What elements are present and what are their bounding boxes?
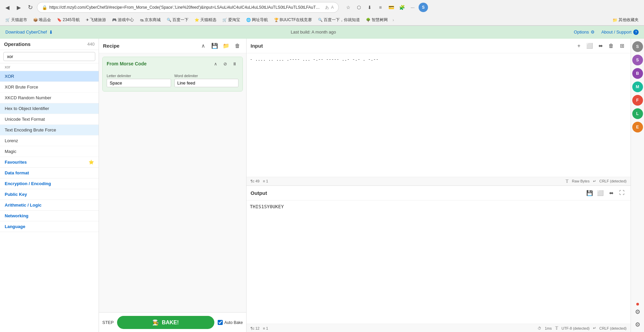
output-save-button[interactable]: 💾 [585,188,594,198]
star-button[interactable]: ☆ [343,3,353,12]
refresh-button[interactable]: ↻ [25,3,35,12]
recipe-op-step-button[interactable]: ⏸ [230,60,238,68]
input-header-icons: + ⬜ ⬌ 🗑 ⊞ [574,41,627,51]
bookmark-icon: 🏆 [274,18,279,22]
letter-delimiter-input[interactable] [107,79,171,87]
output-status-right: ⏱ 1ms 𝕋 UTF-8 (detected) ↵ CRLF (detecte… [538,326,627,331]
bookmark-tianmao[interactable]: 🛒 天猫超市 [3,16,30,24]
sidebar-section-encryption[interactable]: Encryption / Encoding [0,178,99,189]
star-icon: ⭐ [89,160,94,165]
bookmark-label: 2345导航 [63,17,80,23]
sidebar-item-xor[interactable]: XOR [0,71,99,82]
bookmark-zhihuishu[interactable]: 🌳 智慧树网 [363,16,390,24]
sidebar-section-public-key[interactable]: Public Key [0,189,99,200]
avatar-l[interactable]: L [632,108,643,119]
input-header: Input + ⬜ ⬌ 🗑 ⊞ [247,39,631,53]
bookmark-nav[interactable]: 🌐 网址导航 [244,16,271,24]
options-button[interactable]: Options ⚙ [574,30,595,35]
avatar-m[interactable]: M [632,81,643,92]
bookmark-2345[interactable]: 🔖 2345导航 [54,16,83,24]
bookmark-icon: 🛒 [222,18,227,22]
sidebar-item-xkcd[interactable]: XKCD Random Number [0,93,99,103]
bookmark-taobao[interactable]: 🛒 爱淘宝 [220,16,243,24]
bookmark-baidu2[interactable]: 🔍 百度一下，你就知道 [315,16,363,24]
notification-dot [636,303,639,306]
input-switch-button[interactable]: ⊞ [617,41,627,51]
input-new-tab-button[interactable]: ⬜ [585,41,594,51]
url-display: https://ctf.mzy0.com/CyberChef3/#recipe=… [49,5,322,10]
folder-icon: 📁 [612,18,618,22]
recipe-op-collapse-button[interactable]: ∧ [212,60,220,68]
bookmark-label: 爱淘宝 [228,17,240,23]
profile-button[interactable]: S [419,3,428,12]
input-open-button[interactable]: ⬌ [596,41,605,51]
options-label: Options [574,30,589,35]
sidebar-section-favourites[interactable]: Favourites ⭐ [0,157,99,168]
bookmark-label: 游戏中心 [118,17,134,23]
bookmark-tianmao2[interactable]: ⭐ 天猫精选 [192,16,219,24]
back-button[interactable]: ◀ [3,3,12,12]
sidebar-item-hex-to-oid[interactable]: Hex to Object Identifier [0,103,99,114]
bookmark-feizhu[interactable]: ✈ 飞猪旅游 [83,16,109,24]
avatar-s2[interactable]: S [632,55,643,65]
reader-button[interactable]: ≡ [376,3,385,12]
recipe-operation: From Morse Code ∧ ⊘ ⏸ Letter delimiter [102,57,243,92]
input-add-button[interactable]: + [574,41,584,51]
bookmark-games[interactable]: 🎮 游戏中心 [109,16,137,24]
recipe-save-button[interactable]: 💾 [210,41,219,51]
recipe-collapse-button[interactable]: ∧ [199,41,208,51]
far-right-sidebar: S S B M F L E ⚙ ⚙ [631,39,644,332]
input-clear-button[interactable]: 🗑 [606,41,616,51]
sidebar-section-language[interactable]: Language [0,221,99,232]
bookmark-icon: 🛒 [5,18,10,22]
avatar-e[interactable]: E [632,122,643,132]
auto-bake-checkbox[interactable] [218,320,223,325]
bookmark-vipshop[interactable]: 📦 唯品会 [31,16,54,24]
output-copy-button[interactable]: ⬜ [596,188,605,198]
sidebar-section-networking[interactable]: Networking [0,211,99,221]
recipe-folder-button[interactable]: 📁 [221,41,231,51]
download-status-button[interactable]: ⬇ [365,3,374,12]
recipe-header: Recipe ∧ 💾 📁 🗑 [99,39,246,53]
recipe-op-disable-button[interactable]: ⊘ [221,60,229,68]
sidebar-section-arithmetic[interactable]: Arithmetic / Logic [0,200,99,211]
sidebar-item-text-encoding[interactable]: Text Encoding Brute Force [0,125,99,135]
download-cyberchef-button[interactable]: Download CyberChef ⬇ [5,30,53,35]
hub-button[interactable]: ⬡ [354,3,364,12]
sidebar-item-magic[interactable]: Magic [0,146,99,157]
avatar-s[interactable]: S [632,41,643,52]
input-textarea[interactable]: - .... .. ... .---- ... -.-- ----- ..- -… [247,53,631,177]
bookmark-baidu[interactable]: 🔍 百度一下 [164,16,191,24]
about-button[interactable]: About / Support ? [601,30,639,35]
sidebar-section-data-format[interactable]: Data format [0,168,99,178]
settings-icon-bottom[interactable]: ⚙ [635,308,640,316]
output-time-icon: ⏱ [538,326,541,330]
sidebar-item-xor-brute[interactable]: XOR Brute Force [0,82,99,93]
bookmark-jd[interactable]: 🛍 京东商城 [137,16,163,24]
output-replace-button[interactable]: ⬌ [606,188,616,198]
extensions-button[interactable]: 🧩 [397,3,407,12]
forward-button[interactable]: ▶ [14,3,23,12]
letter-delimiter-field: Letter delimiter [107,74,171,87]
letter-delimiter-label: Letter delimiter [107,74,171,78]
settings-icon-top[interactable]: ⚙ [635,321,640,328]
sidebar-header: Operations 440 [0,39,99,50]
output-line-ending-icon: ↵ [593,326,596,330]
bookmark-buuctf[interactable]: 🏆 BUUCTF在线竞赛 [271,16,315,24]
avatar-b[interactable]: B [632,68,643,79]
sidebar-item-unicode[interactable]: Unicode Text Format [0,114,99,125]
bookmark-label: 唯品会 [39,17,51,23]
recipe-clear-button[interactable]: 🗑 [233,41,242,51]
wallet-button[interactable]: 💳 [386,3,396,12]
avatar-f[interactable]: F [632,95,643,106]
sidebar-item-lorenz[interactable]: Lorenz [0,135,99,146]
bake-button[interactable]: 🧑‍🍳 BAKE! [117,316,214,329]
bookmarks-folder[interactable]: 📁 其他收藏夹 [610,16,641,24]
output-fullscreen-button[interactable]: ⛶ [617,188,627,198]
bookmark-icon: 🎮 [112,18,117,22]
word-delimiter-input[interactable] [174,79,239,87]
more-button[interactable]: ··· [408,3,417,12]
address-bar[interactable]: 🔒 https://ctf.mzy0.com/CyberChef3/#recip… [37,2,339,13]
search-input[interactable] [3,52,95,61]
bookmark-label: 网址导航 [252,17,268,23]
